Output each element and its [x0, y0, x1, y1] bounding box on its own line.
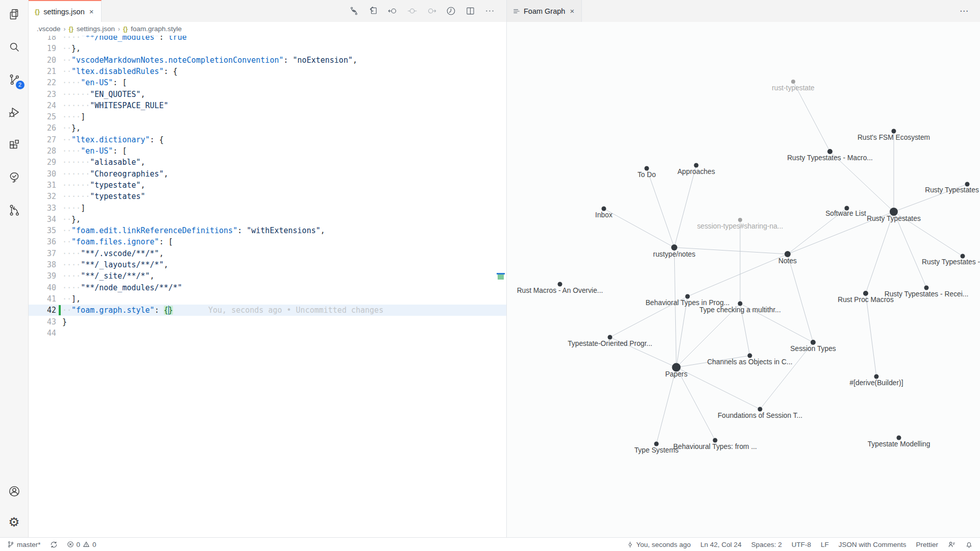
- formatter[interactable]: Prettier: [916, 541, 938, 548]
- activity-bar-item-explorer[interactable]: [3, 3, 26, 26]
- gitlens-blame[interactable]: You, seconds ago: [627, 541, 691, 548]
- graph-node-chan[interactable]: [748, 354, 752, 358]
- code-line-41[interactable]: 41··],: [29, 293, 506, 305]
- close-icon[interactable]: ×: [88, 7, 95, 16]
- graph-node-label-typecheck[interactable]: Type checking a multithr...: [699, 306, 781, 314]
- activity-bar-item-source-control[interactable]: 2: [3, 68, 26, 91]
- nav-forward-button[interactable]: [426, 6, 437, 16]
- notifications-button[interactable]: [965, 541, 973, 548]
- graph-node-label-tso[interactable]: Typestate-Oriented Progr...: [568, 340, 652, 347]
- branch-indicator[interactable]: master*: [7, 541, 41, 548]
- graph-node-label-appr[interactable]: Approaches: [677, 168, 715, 176]
- tab-settings-json[interactable]: {} settings.json ×: [29, 0, 102, 22]
- graph-node-recei[interactable]: [924, 286, 929, 290]
- graph-node-rn[interactable]: [671, 244, 677, 251]
- code-line-28[interactable]: 28····"en-US": [: [29, 145, 506, 157]
- graph-node-label-sw[interactable]: Software List: [825, 210, 866, 217]
- graph-node-label-proc[interactable]: Rust Proc Macros: [838, 296, 894, 304]
- code-line-43[interactable]: 43}: [29, 316, 506, 328]
- breadcrumb-settings-json[interactable]: settings.json: [77, 25, 115, 33]
- graph-node-label-notes[interactable]: Notes: [778, 257, 797, 265]
- sync-button[interactable]: [50, 541, 58, 548]
- more-actions-icon[interactable]: ⋯: [960, 6, 980, 16]
- code-line-35[interactable]: 35··"foam.edit.linkReferenceDefinitions"…: [29, 225, 506, 236]
- code-line-21[interactable]: 21··"ltex.disabledRules": {: [29, 66, 506, 77]
- code-line-36[interactable]: 36··"foam.files.ignore": [: [29, 236, 506, 247]
- graph-node-label-tsys[interactable]: Type Systems: [634, 446, 679, 454]
- graph-node-label-derive[interactable]: #[derive(Builder)]: [849, 379, 903, 387]
- graph-node-rustmac[interactable]: [558, 282, 562, 287]
- activity-bar-item-search[interactable]: [3, 36, 26, 58]
- graph-node-notes[interactable]: [785, 251, 791, 257]
- open-preview-button[interactable]: [368, 6, 379, 16]
- graph-node-tsys[interactable]: [654, 442, 659, 446]
- graph-node-label-tmod[interactable]: Typestate Modelling: [868, 440, 930, 448]
- more-actions-button[interactable]: [484, 6, 495, 16]
- graph-node-appr[interactable]: [694, 163, 699, 168]
- graph-node-found[interactable]: [758, 407, 763, 412]
- graph-node-stg[interactable]: [738, 218, 742, 222]
- graph-node-label-rt[interactable]: rust-typestate: [772, 84, 815, 92]
- activity-bar-item-git-graph[interactable]: [3, 199, 26, 221]
- activity-bar-item-run-debug[interactable]: [3, 101, 26, 123]
- activity-bar-item-account[interactable]: [3, 480, 26, 503]
- graph-node-label-found[interactable]: Foundations of Session T...: [718, 412, 802, 419]
- graph-node-todo[interactable]: [645, 166, 649, 171]
- code-line-42[interactable]: 42··"foam.graph.style": {}You, seconds a…: [29, 305, 506, 316]
- graph-node-label-sess[interactable]: Session Types: [790, 345, 836, 353]
- graph-node-label-hub[interactable]: Rusty Typestates: [867, 215, 921, 222]
- graph-node-label-recei[interactable]: Rusty Typestates - Recei...: [885, 290, 969, 298]
- graph-node-label-chan[interactable]: Channels as Objects in C...: [707, 358, 792, 366]
- code-line-20[interactable]: 20··"vscodeMarkdownNotes.noteCompletionC…: [29, 55, 506, 66]
- graph-node-label-stg[interactable]: session-types#sharing-na...: [697, 222, 783, 230]
- nav-back-button[interactable]: [387, 6, 398, 16]
- code-line-29[interactable]: 29······"aliasable",: [29, 157, 506, 168]
- cursor-position[interactable]: Ln 42, Col 24: [700, 541, 741, 548]
- graph-node-fsm[interactable]: [892, 129, 896, 134]
- graph-node-typecheck[interactable]: [738, 302, 743, 306]
- graph-node-label-fsm[interactable]: Rust's FSM Ecosystem: [857, 134, 930, 141]
- language-mode[interactable]: JSON with Comments: [839, 541, 906, 548]
- graph-node-label-inbox[interactable]: Inbox: [595, 211, 612, 219]
- graph-node-tmod[interactable]: [897, 436, 901, 440]
- breadcrumb-foam-graph-style[interactable]: foam.graph.style: [131, 25, 182, 33]
- feedback-button[interactable]: [948, 541, 955, 548]
- graph-node-inbox[interactable]: [602, 207, 606, 211]
- code-line-37[interactable]: 37····"**/.vscode/**/*",: [29, 248, 506, 259]
- graph-node-label-behav[interactable]: Behavioral Types in Prog...: [646, 299, 730, 307]
- graph-node-label-rt2[interactable]: Rusty Typestates -: [922, 258, 980, 266]
- code-line-44[interactable]: 44: [29, 328, 506, 339]
- code-editor[interactable]: 18····"**/node_modules": true19··},20··"…: [29, 36, 506, 537]
- eol-sequence[interactable]: LF: [821, 541, 829, 548]
- graph-node-btypes[interactable]: [713, 438, 718, 443]
- graph-node-tso[interactable]: [608, 335, 612, 340]
- code-line-24[interactable]: 24······"WHITESPACE_RULE": [29, 100, 506, 111]
- graph-node-behav[interactable]: [685, 294, 690, 299]
- code-line-19[interactable]: 19··},: [29, 43, 506, 54]
- breadcrumb-vscode[interactable]: .vscode: [37, 25, 61, 33]
- activity-bar-item-settings-gear[interactable]: ⚙: [3, 511, 26, 533]
- activity-bar-item-tree[interactable]: [3, 166, 26, 189]
- indentation[interactable]: Spaces: 2: [751, 541, 782, 548]
- code-line-22[interactable]: 22····"en-US": [: [29, 77, 506, 88]
- graph-node-sess[interactable]: [811, 340, 816, 345]
- code-line-25[interactable]: 25····]: [29, 111, 506, 122]
- code-line-38[interactable]: 38····"**/_layouts/**/*",: [29, 259, 506, 270]
- nav-circle-button[interactable]: [407, 6, 418, 16]
- close-icon[interactable]: ×: [569, 7, 575, 15]
- tab-foam-graph[interactable]: Foam Graph ×: [507, 0, 582, 22]
- problems-indicator[interactable]: 0 0: [67, 541, 96, 548]
- code-line-26[interactable]: 26··},: [29, 122, 506, 134]
- graph-node-proc[interactable]: [863, 291, 868, 296]
- graph-node-label-papers[interactable]: Papers: [665, 370, 688, 378]
- code-line-32[interactable]: 32······"typestates": [29, 191, 506, 202]
- graph-node-label-todo[interactable]: To Do: [638, 171, 656, 179]
- graph-node-macro[interactable]: [827, 149, 832, 154]
- graph-node-label-rn[interactable]: rustype/notes: [653, 251, 696, 258]
- code-line-27[interactable]: 27··"ltex.dictionary": {: [29, 134, 506, 145]
- code-line-34[interactable]: 34··},: [29, 214, 506, 225]
- open-changes-button[interactable]: [349, 6, 359, 16]
- code-line-23[interactable]: 23······"EN_QUOTES",: [29, 89, 506, 100]
- encoding[interactable]: UTF-8: [792, 541, 811, 548]
- split-editor-button[interactable]: [465, 6, 476, 16]
